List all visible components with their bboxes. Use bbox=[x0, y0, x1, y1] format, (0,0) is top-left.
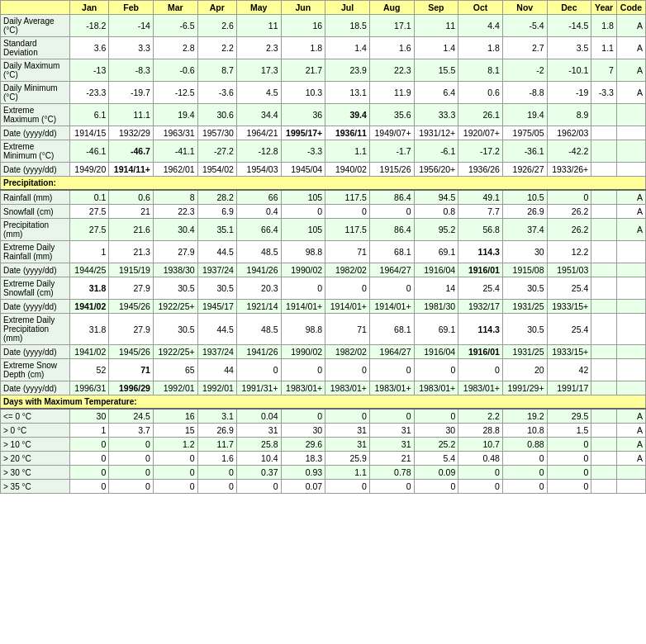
climate-table: Jan Feb Mar Apr May Jun Jul Aug Sep Oct … bbox=[0, 0, 646, 494]
cell-value: 21.6 bbox=[109, 219, 154, 241]
cell-value: 1990/02 bbox=[281, 263, 325, 277]
cell-value: 1.8 bbox=[281, 37, 325, 59]
cell-value: 27.9 bbox=[109, 277, 154, 300]
cell-value: 25.4 bbox=[547, 277, 591, 300]
cell-value bbox=[591, 480, 617, 494]
cell-value: 1.8 bbox=[458, 37, 503, 59]
table-row: Extreme Minimum (°C)-46.1-46.7-41.1-27.2… bbox=[1, 140, 646, 163]
cell-value: 35.1 bbox=[197, 219, 236, 241]
row-label: Date (yyyy/dd) bbox=[1, 126, 70, 140]
cell-value: 1936/26 bbox=[458, 163, 503, 177]
cell-value: 1937/24 bbox=[197, 263, 236, 277]
cell-value: 6.1 bbox=[70, 104, 109, 126]
cell-value: 30.5 bbox=[502, 277, 547, 300]
cell-value: 2.8 bbox=[153, 37, 197, 59]
cell-value: 0.1 bbox=[70, 190, 109, 205]
cell-value: 0 bbox=[281, 277, 325, 300]
cell-value: 68.1 bbox=[369, 241, 414, 263]
cell-value: 25.4 bbox=[458, 277, 503, 300]
cell-value: 14 bbox=[414, 277, 458, 300]
cell-value: 30.5 bbox=[153, 277, 197, 300]
header-nov: Nov bbox=[502, 1, 547, 15]
cell-value: 86.4 bbox=[369, 190, 414, 205]
cell-value: 3.5 bbox=[547, 37, 591, 59]
cell-value bbox=[591, 381, 617, 395]
row-label: Extreme Maximum (°C) bbox=[1, 104, 70, 126]
cell-value: 31 bbox=[369, 438, 414, 452]
header-dec: Dec bbox=[547, 1, 591, 15]
cell-value: 98.8 bbox=[281, 314, 325, 345]
cell-value: 1962/03 bbox=[547, 126, 591, 140]
cell-value: 0 bbox=[70, 438, 109, 452]
cell-value: 0 bbox=[325, 409, 370, 424]
cell-value: 1 bbox=[70, 424, 109, 438]
cell-value: 1914/15 bbox=[70, 126, 109, 140]
row-label: Date (yyyy/dd) bbox=[1, 381, 70, 395]
cell-value: -3.6 bbox=[197, 82, 236, 104]
cell-value: 105 bbox=[281, 219, 325, 241]
cell-value: 17.1 bbox=[369, 15, 414, 37]
cell-value: 1921/14 bbox=[236, 300, 281, 314]
cell-value: 1983/01+ bbox=[458, 381, 503, 395]
cell-value bbox=[591, 126, 617, 140]
cell-value: 0 bbox=[502, 452, 547, 466]
cell-value: 27.9 bbox=[109, 314, 154, 345]
cell-value: 1957/30 bbox=[197, 126, 236, 140]
cell-value: 1954/03 bbox=[236, 163, 281, 177]
cell-value: 10.4 bbox=[236, 452, 281, 466]
cell-value: 1992/01 bbox=[153, 381, 197, 395]
cell-value: A bbox=[616, 37, 645, 59]
cell-value: 0 bbox=[414, 409, 458, 424]
table-row: Date (yyyy/dd)1944/251915/191938/301937/… bbox=[1, 263, 646, 277]
cell-value: 0.8 bbox=[414, 205, 458, 219]
cell-value: A bbox=[616, 219, 645, 241]
cell-value: 2.2 bbox=[197, 37, 236, 59]
header-may: May bbox=[236, 1, 281, 15]
cell-value: 1954/02 bbox=[197, 163, 236, 177]
row-label: Daily Minimum (°C) bbox=[1, 82, 70, 104]
cell-value: 1.1 bbox=[591, 37, 617, 59]
cell-value: 20 bbox=[502, 359, 547, 381]
table-row: > 0 °C13.71526.9313031313028.810.81.5A bbox=[1, 424, 646, 438]
header-sep: Sep bbox=[414, 1, 458, 15]
cell-value: 0 bbox=[197, 480, 236, 494]
section-header: Precipitation: bbox=[1, 177, 646, 191]
cell-value: 0 bbox=[414, 480, 458, 494]
cell-value bbox=[616, 277, 645, 300]
table-row: Standard Deviation3.63.32.82.22.31.81.41… bbox=[1, 37, 646, 59]
cell-value: 23.9 bbox=[325, 59, 370, 82]
table-row: Date (yyyy/dd)1941/021945/261922/25+1945… bbox=[1, 300, 646, 314]
cell-value: 1920/07+ bbox=[458, 126, 503, 140]
cell-value: 0.04 bbox=[236, 409, 281, 424]
cell-value: 11.7 bbox=[197, 438, 236, 452]
row-label: Standard Deviation bbox=[1, 37, 70, 59]
cell-value: -8.3 bbox=[109, 59, 154, 82]
cell-value: 19.4 bbox=[502, 104, 547, 126]
cell-value: 1949/20 bbox=[70, 163, 109, 177]
cell-value: 0.07 bbox=[281, 480, 325, 494]
cell-value: 1.6 bbox=[197, 452, 236, 466]
cell-value: 117.5 bbox=[325, 219, 370, 241]
cell-value: 1963/31 bbox=[153, 126, 197, 140]
cell-value: 2.3 bbox=[236, 37, 281, 59]
cell-value: 69.1 bbox=[414, 241, 458, 263]
cell-value bbox=[591, 466, 617, 480]
cell-value: 10.5 bbox=[502, 190, 547, 205]
cell-value: 1.6 bbox=[369, 37, 414, 59]
row-label: Extreme Minimum (°C) bbox=[1, 140, 70, 163]
cell-value: 0 bbox=[236, 480, 281, 494]
cell-value: 17.3 bbox=[236, 59, 281, 82]
header-jul: Jul bbox=[325, 1, 370, 15]
cell-value: 1.4 bbox=[414, 37, 458, 59]
cell-value: 31.8 bbox=[70, 314, 109, 345]
cell-value: 25.9 bbox=[325, 452, 370, 466]
cell-value: 30.5 bbox=[197, 277, 236, 300]
cell-value: A bbox=[616, 190, 645, 205]
row-label: <= 0 °C bbox=[1, 409, 70, 424]
cell-value: 1.1 bbox=[325, 140, 370, 163]
row-label: Extreme Daily Rainfall (mm) bbox=[1, 241, 70, 263]
cell-value: 1945/26 bbox=[109, 300, 154, 314]
cell-value: 95.2 bbox=[414, 219, 458, 241]
cell-value: 1.1 bbox=[325, 466, 370, 480]
cell-value bbox=[616, 140, 645, 163]
